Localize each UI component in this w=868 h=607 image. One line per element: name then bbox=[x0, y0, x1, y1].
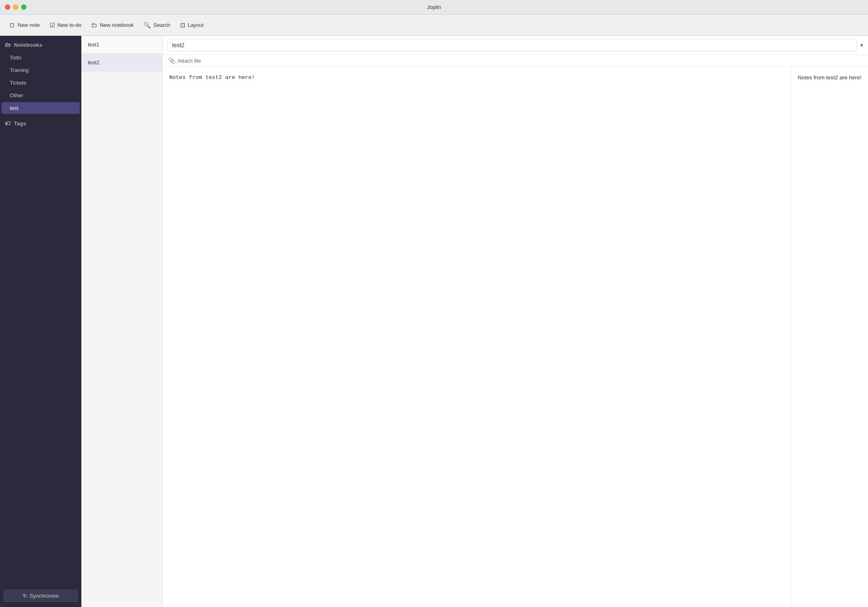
new-notebook-button[interactable]: 🗀 New notebook bbox=[87, 20, 137, 31]
new-note-button[interactable]: 🗋 New note bbox=[5, 20, 44, 31]
notebooks-section-header: 🗁 Notebooks bbox=[0, 36, 81, 51]
editor-preview-pane: Notes from test2 are here! bbox=[791, 67, 868, 607]
notebooks-icon: 🗁 bbox=[5, 41, 11, 48]
layout-button[interactable]: ⊡ Layout bbox=[176, 20, 208, 31]
toolbar: 🗋 New note ☑ New to-do 🗀 New notebook 🔍 … bbox=[0, 15, 868, 36]
sidebar: 🗁 Notebooks Todo Training Tickets Other … bbox=[0, 36, 81, 607]
tags-label: Tags bbox=[14, 120, 26, 127]
editor-header: ▾ bbox=[163, 36, 868, 55]
sidebar-item-training[interactable]: Training bbox=[2, 64, 80, 76]
sidebar-item-todo[interactable]: Todo bbox=[2, 52, 80, 63]
close-button[interactable] bbox=[5, 4, 10, 10]
minimize-button[interactable] bbox=[13, 4, 18, 10]
new-todo-button[interactable]: ☑ New to-do bbox=[46, 20, 85, 31]
editor-area: ▾ 📎 Attach file Notes from test2 are her… bbox=[163, 36, 868, 607]
sidebar-item-other[interactable]: Other bbox=[2, 90, 80, 101]
sidebar-item-test[interactable]: test bbox=[2, 102, 80, 114]
notes-list: test1 test2 bbox=[81, 36, 163, 607]
search-icon: 🔍 bbox=[143, 22, 151, 28]
preview-content: Notes from test2 are here! bbox=[798, 74, 861, 81]
attach-bar: 📎 Attach file bbox=[163, 55, 868, 67]
new-todo-label: New to-do bbox=[57, 22, 81, 28]
layout-icon: ⊡ bbox=[180, 22, 185, 28]
tags-icon: 🏷 bbox=[5, 120, 11, 127]
new-todo-icon: ☑ bbox=[50, 22, 55, 28]
sync-icon: ↻ bbox=[23, 593, 27, 599]
editor-split: Notes from test2 are here! bbox=[163, 67, 868, 607]
editor-source-pane bbox=[163, 67, 791, 607]
main-layout: 🗁 Notebooks Todo Training Tickets Other … bbox=[0, 36, 868, 607]
note-item-test2[interactable]: test2 bbox=[81, 54, 162, 72]
maximize-button[interactable] bbox=[21, 4, 26, 10]
new-note-label: New note bbox=[17, 22, 40, 28]
search-button[interactable]: 🔍 Search bbox=[139, 20, 174, 31]
dropdown-arrow-icon[interactable]: ▾ bbox=[860, 42, 863, 48]
window-title: Joplin bbox=[427, 4, 441, 10]
attach-label[interactable]: Attach file bbox=[178, 58, 201, 64]
search-label: Search bbox=[153, 22, 170, 28]
new-notebook-label: New notebook bbox=[100, 22, 133, 28]
attach-icon: 📎 bbox=[168, 57, 175, 64]
tags-section-header: 🏷 Tags bbox=[0, 114, 81, 130]
note-item-test1[interactable]: test1 bbox=[81, 36, 162, 54]
new-note-icon: 🗋 bbox=[9, 22, 15, 28]
layout-label: Layout bbox=[188, 22, 204, 28]
new-notebook-icon: 🗀 bbox=[91, 22, 97, 28]
notebooks-label: Notebooks bbox=[14, 42, 42, 48]
title-bar: Joplin bbox=[0, 0, 868, 15]
sync-button[interactable]: ↻ Synchronise bbox=[3, 590, 78, 602]
sync-label: Synchronise bbox=[30, 593, 59, 599]
note-title-input[interactable] bbox=[168, 39, 857, 51]
traffic-lights bbox=[5, 4, 26, 10]
editor-textarea[interactable] bbox=[169, 73, 784, 600]
sidebar-item-tickets[interactable]: Tickets bbox=[2, 77, 80, 89]
